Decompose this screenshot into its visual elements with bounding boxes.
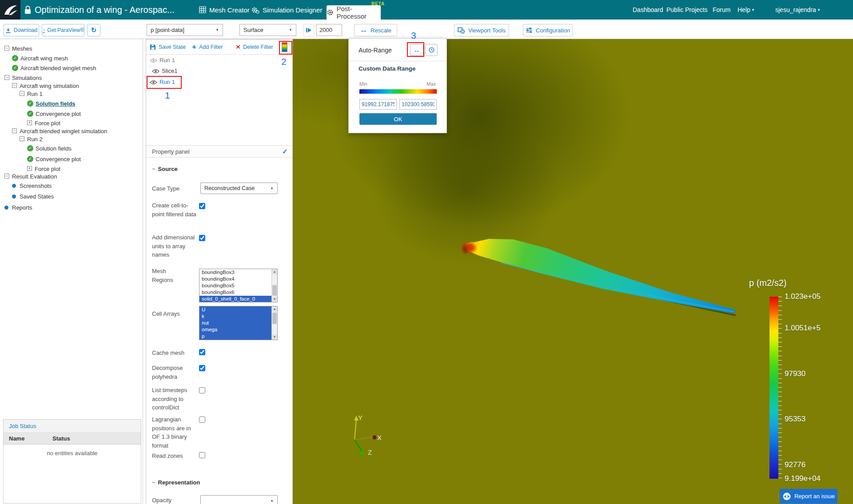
sidebar-item-meshes[interactable]: Meshes [12, 45, 32, 52]
mesh-regions-listbox[interactable]: boundingBox3 boundingBox4 boundingBox5 b… [199, 269, 278, 302]
lagrangian-checkbox[interactable] [199, 417, 205, 423]
sidebar-item-run-2[interactable]: Run 2 [27, 136, 43, 143]
list-item[interactable]: boundingBox6 [199, 289, 277, 296]
sidebar-item-force-plot[interactable]: Force plot [35, 120, 60, 127]
scroll-up-icon[interactable]: ▲ [272, 269, 277, 274]
cell-to-point-checkbox[interactable] [199, 203, 205, 209]
list-item[interactable]: boundingBox4 [199, 276, 277, 282]
sidebar-item-aircraft-wing-simulation[interactable]: Aircraft wing simulation [20, 83, 79, 89]
ok-button[interactable]: OK [359, 113, 437, 125]
scrollbar[interactable]: ▲ ▼ [271, 306, 277, 340]
list-item-selected[interactable]: solid_0_shell_0_face_0 [199, 296, 277, 302]
expand-icon[interactable]: + [27, 166, 32, 171]
collapse-icon[interactable]: − [4, 46, 9, 51]
tab-post-processor[interactable]: Post-Processor [327, 5, 381, 20]
colormap-editor-button[interactable] [282, 42, 287, 52]
add-filter-button[interactable]: + Add Filter [192, 40, 223, 55]
app-logo[interactable] [0, 0, 20, 20]
pipeline-item-label[interactable]: Slice1 [162, 67, 177, 74]
sidebar-item-reports[interactable]: Reports [12, 204, 32, 211]
viewport-tools-button[interactable]: Viewport Tools [454, 24, 509, 36]
section-representation[interactable]: −Representation [152, 479, 200, 486]
list-item-selected[interactable]: k [199, 313, 277, 320]
frame-input[interactable] [316, 24, 342, 36]
opacity-input[interactable]: ▼ [200, 495, 278, 504]
download-button[interactable]: Download [4, 24, 39, 36]
configuration-button[interactable]: Configuration [523, 24, 573, 36]
sidebar-item-convergence-plot[interactable]: Convergence plot [36, 111, 81, 117]
step-forward-button[interactable] [303, 24, 314, 36]
sidebar-item-aircraft-blended-winglet-simulation[interactable]: Aircraft blended winglet simulation [20, 128, 107, 135]
field-select[interactable]: p [point-data] ▼ [147, 24, 223, 36]
sidebar-item-saved-states[interactable]: Saved States [20, 193, 54, 200]
list-item[interactable]: boundingBox5 [199, 282, 277, 289]
pipeline-item-run1-hidden[interactable]: Run 1 [146, 56, 292, 65]
range-min-input[interactable] [359, 99, 397, 110]
scrollbar[interactable]: ▲ ▼ [271, 269, 277, 302]
legend-colorbar[interactable] [769, 297, 778, 479]
representation-select[interactable]: Surface ▼ [239, 24, 296, 36]
nav-help[interactable]: Help▾ [737, 0, 754, 20]
get-paraview-button[interactable]: Get ParaView® [42, 24, 84, 36]
pipeline-item-slice1[interactable]: Slice1 [146, 66, 292, 76]
list-item-selected[interactable]: U [199, 306, 277, 313]
rescale-button[interactable]: ↔ Rescale [354, 24, 397, 36]
scroll-down-icon[interactable]: ▼ [272, 334, 277, 340]
list-item[interactable]: boundingBox3 [199, 269, 277, 276]
read-zones-checkbox[interactable] [199, 452, 205, 458]
scroll-down-icon[interactable]: ▼ [272, 297, 277, 302]
apply-check-icon[interactable]: ✓ [282, 147, 288, 155]
sidebar-item-force-plot-2[interactable]: Force plot [35, 166, 60, 172]
sidebar-item-result-evaluation[interactable]: Result Evaluation [12, 173, 57, 180]
sidebar-item-solution-fields-2[interactable]: Solution fields [36, 145, 72, 152]
nav-dashboard[interactable]: Dashboard [633, 0, 663, 20]
sidebar-item-screenshots[interactable]: Screenshots [20, 183, 52, 189]
list-item-selected[interactable]: omega [199, 326, 277, 333]
expand-icon[interactable]: + [27, 120, 32, 125]
collapse-icon[interactable]: − [12, 83, 17, 88]
rescale-popup: Auto-Range ↔ Custom Data Range Min Max O… [348, 38, 447, 133]
nav-forum[interactable]: Forum [713, 0, 730, 20]
range-max-input[interactable] [399, 99, 437, 110]
sidebar-item-simulations[interactable]: Simulations [12, 75, 42, 81]
collapse-icon[interactable]: − [4, 75, 9, 80]
collapse-icon[interactable]: − [4, 174, 9, 179]
cache-mesh-checkbox[interactable] [199, 349, 205, 355]
report-an-issue-button[interactable]: Report an issue [780, 489, 837, 504]
visibility-eye-icon[interactable] [150, 58, 157, 63]
sidebar-item-aircraft-wing-mesh[interactable]: Aircraft wing mesh [20, 55, 68, 62]
tab-simulation-designer[interactable]: Simulation Designer [251, 0, 322, 20]
job-status-table-header: Name Status [4, 433, 141, 444]
nav-public-projects[interactable]: Public Projects [666, 0, 708, 20]
scroll-thumb[interactable] [272, 313, 277, 324]
nav-user-menu[interactable]: sjesu_rajendra▾ [775, 0, 820, 20]
save-state-button[interactable]: Save State [150, 40, 186, 55]
pipeline-item-run1-selected[interactable]: Run 1 [146, 77, 292, 87]
collapse-icon[interactable]: − [12, 128, 17, 133]
auto-range-button[interactable]: ↔ [410, 44, 423, 56]
list-item-selected[interactable]: p [199, 333, 277, 340]
sidebar-item-run-1[interactable]: Run 1 [27, 91, 43, 97]
scroll-up-icon[interactable]: ▲ [272, 306, 277, 312]
case-type-select[interactable]: Reconstructed Case ▼ [200, 183, 278, 194]
collapse-icon[interactable]: − [20, 136, 24, 141]
tab-mesh-creator[interactable]: Mesh Creator [199, 0, 250, 20]
pipeline-item-label[interactable]: Run 1 [159, 79, 175, 85]
delete-filter-button[interactable]: × Delete Filter [236, 40, 273, 55]
sidebar-item-aircraft-blended-winglet-mesh[interactable]: Aircraft blended winglet mesh [20, 65, 96, 71]
sidebar-item-solution-fields[interactable]: Solution fields [36, 100, 76, 107]
visibility-eye-icon[interactable] [152, 69, 159, 74]
auto-range-over-time-button[interactable] [425, 44, 438, 56]
refresh-button[interactable]: ↻ [87, 24, 100, 36]
list-timesteps-checkbox[interactable] [199, 387, 205, 393]
sidebar-item-convergence-plot-2[interactable]: Convergence plot [36, 156, 81, 163]
section-source[interactable]: −Source [152, 166, 178, 172]
collapse-icon[interactable]: − [20, 91, 24, 96]
visibility-eye-icon[interactable] [150, 80, 157, 85]
list-item-selected[interactable]: nut [199, 320, 277, 326]
scroll-thumb[interactable] [272, 285, 277, 296]
pipeline-item-label[interactable]: Run 1 [159, 57, 175, 63]
cell-arrays-listbox[interactable]: U k nut omega p ▲ ▼ [199, 306, 278, 340]
add-units-checkbox[interactable] [199, 235, 205, 241]
decompose-checkbox[interactable] [199, 365, 205, 371]
